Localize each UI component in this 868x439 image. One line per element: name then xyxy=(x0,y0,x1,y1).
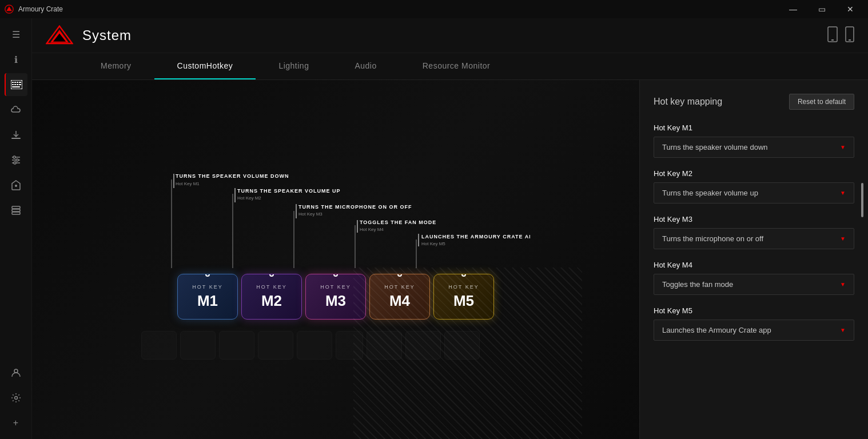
panel-header: Hot key mapping Reset to default xyxy=(654,94,854,110)
svg-point-23 xyxy=(14,369,18,373)
decorative-key xyxy=(367,331,402,360)
decorative-key xyxy=(141,331,177,360)
mapping-select-m5[interactable]: Launches the Armoury Crate app ▼ xyxy=(654,320,854,341)
sidebar-item-sliders[interactable] xyxy=(5,149,27,171)
svg-point-19 xyxy=(15,185,17,187)
decorative-key xyxy=(180,331,216,360)
mapping-value-m3: Turns the microphone on or off xyxy=(662,234,763,243)
svg-rect-10 xyxy=(19,84,21,85)
svg-rect-12 xyxy=(11,138,21,139)
close-button[interactable]: ✕ xyxy=(837,0,863,18)
sidebar-item-download[interactable] xyxy=(5,123,27,146)
sidebar-item-menu[interactable]: ☰ xyxy=(5,23,27,46)
hotkey-button-m3[interactable]: HOT KEY M3 xyxy=(305,274,366,320)
svg-rect-22 xyxy=(12,212,20,214)
sidebar-item-cloud[interactable] xyxy=(5,98,27,121)
tab-memory[interactable]: Memory xyxy=(78,53,154,79)
mapping-item-m1: Hot Key M1 Turns the speaker volume down… xyxy=(654,123,854,158)
sidebar-item-keyboard[interactable] xyxy=(5,73,27,96)
svg-rect-51 xyxy=(418,234,419,246)
tab-customhotkey[interactable]: CustomHotkey xyxy=(154,53,256,79)
svg-text:TOGGLES THE FAN MODE: TOGGLES THE FAN MODE xyxy=(360,220,436,225)
svg-rect-21 xyxy=(12,209,20,211)
svg-text:TURNS THE SPEAKER VOLUME UP: TURNS THE SPEAKER VOLUME UP xyxy=(237,188,341,194)
panel-title: Hot key mapping xyxy=(654,97,722,107)
scroll-indicator[interactable] xyxy=(861,183,863,217)
decorative-key xyxy=(444,331,480,360)
mapping-select-m2[interactable]: Turns the speaker volume up ▼ xyxy=(654,182,854,203)
titlebar-left: Armoury Crate xyxy=(5,5,63,14)
hotkey-panel: Hot key mapping Reset to default Hot Key… xyxy=(639,80,868,439)
svg-text:Hot Key M3: Hot Key M3 xyxy=(298,211,322,217)
app-container: ☰ ℹ xyxy=(0,18,868,439)
app-title: Armoury Crate xyxy=(18,5,63,13)
svg-text:Hot Key M2: Hot Key M2 xyxy=(237,195,261,201)
mapping-arrow-m2: ▼ xyxy=(840,190,846,196)
mapping-arrow-m3: ▼ xyxy=(840,236,846,242)
maximize-button[interactable]: ▭ xyxy=(809,0,835,18)
svg-rect-3 xyxy=(12,82,14,83)
svg-point-24 xyxy=(14,397,17,400)
mapping-select-m4[interactable]: Toggles the fan mode ▼ xyxy=(654,274,854,295)
hotkey-button-m2[interactable]: HOT KEY M2 xyxy=(241,274,302,320)
svg-point-16 xyxy=(13,156,15,158)
main-content: TURNS THE SPEAKER VOLUME DOWN Hot Key M1… xyxy=(32,80,868,439)
keyboard-area: TURNS THE SPEAKER VOLUME DOWN Hot Key M1… xyxy=(32,80,639,439)
hotkey-diagram-svg: TURNS THE SPEAKER VOLUME DOWN Hot Key M1… xyxy=(141,159,530,274)
svg-rect-5 xyxy=(17,82,18,83)
mapping-arrow-m5: ▼ xyxy=(840,327,846,333)
hotkeys-row: HOT KEY M1 HOT KEY M2 HOT KEY xyxy=(177,274,494,320)
tab-audio[interactable]: Audio xyxy=(332,53,399,79)
hotkey-button-m4[interactable]: HOT KEY M4 xyxy=(369,274,430,320)
svg-rect-48 xyxy=(357,220,358,233)
mapping-item-m3: Hot Key M3 Turns the microphone on or of… xyxy=(654,215,854,249)
svg-text:Hot Key M5: Hot Key M5 xyxy=(421,241,445,246)
svg-text:Hot Key M4: Hot Key M4 xyxy=(360,227,384,232)
sidebar-item-settings[interactable] xyxy=(5,386,27,409)
svg-rect-42 xyxy=(234,188,236,202)
sidebar-item-add[interactable]: + xyxy=(5,412,27,434)
app-header: System xyxy=(32,18,868,53)
rog-logo xyxy=(46,25,73,46)
hotkey-button-m1[interactable]: HOT KEY M1 xyxy=(177,274,238,320)
decorative-key xyxy=(405,331,441,360)
sidebar: ☰ ℹ xyxy=(0,18,32,439)
app-icon xyxy=(5,5,14,14)
svg-text:Hot Key M1: Hot Key M1 xyxy=(176,181,200,186)
svg-text:LAUNCHES THE ARMOURY CRATE APP: LAUNCHES THE ARMOURY CRATE APP xyxy=(421,234,530,240)
mapping-label-m5: Hot Key M5 xyxy=(654,306,854,315)
reset-to-default-button[interactable]: Reset to default xyxy=(789,94,854,110)
mapping-item-m4: Hot Key M4 Toggles the fan mode ▼ xyxy=(654,261,854,295)
sidebar-item-tag[interactable] xyxy=(5,174,27,197)
mapping-select-m1[interactable]: Turns the speaker volume down ▼ xyxy=(654,137,854,158)
svg-rect-11 xyxy=(12,86,20,87)
header-phone-icon[interactable] xyxy=(845,26,854,45)
mapping-arrow-m4: ▼ xyxy=(840,281,846,288)
sidebar-item-user[interactable] xyxy=(5,361,27,384)
sidebar-item-info[interactable]: ℹ xyxy=(5,48,27,71)
decorative-key xyxy=(219,331,254,360)
svg-rect-9 xyxy=(17,84,18,85)
svg-rect-4 xyxy=(14,82,16,83)
mapping-label-m2: Hot Key M2 xyxy=(654,169,854,178)
tab-resource-monitor[interactable]: Resource Monitor xyxy=(400,53,513,79)
titlebar-controls: — ▭ ✕ xyxy=(780,0,863,18)
mapping-label-m3: Hot Key M3 xyxy=(654,215,854,224)
hotkey-button-m5[interactable]: HOT KEY M5 xyxy=(433,274,494,320)
decorative-key xyxy=(297,331,332,360)
svg-rect-45 xyxy=(296,204,297,218)
svg-point-17 xyxy=(16,159,18,161)
mapping-item-m5: Hot Key M5 Launches the Armoury Crate ap… xyxy=(654,306,854,341)
svg-rect-20 xyxy=(12,206,20,209)
mapping-value-m2: Turns the speaker volume up xyxy=(662,189,758,197)
mapping-select-m3[interactable]: Turns the microphone on or off ▼ xyxy=(654,228,854,249)
sidebar-item-layers[interactable] xyxy=(5,199,27,222)
minimize-button[interactable]: — xyxy=(780,0,806,18)
mapping-value-m1: Turns the speaker volume down xyxy=(662,143,768,151)
svg-rect-7 xyxy=(12,84,14,85)
svg-rect-8 xyxy=(14,84,16,85)
mapping-label-m4: Hot Key M4 xyxy=(654,261,854,269)
header-device-icon[interactable] xyxy=(827,26,838,45)
tab-lighting[interactable]: Lighting xyxy=(256,53,332,79)
mapping-value-m5: Launches the Armoury Crate app xyxy=(662,326,771,334)
